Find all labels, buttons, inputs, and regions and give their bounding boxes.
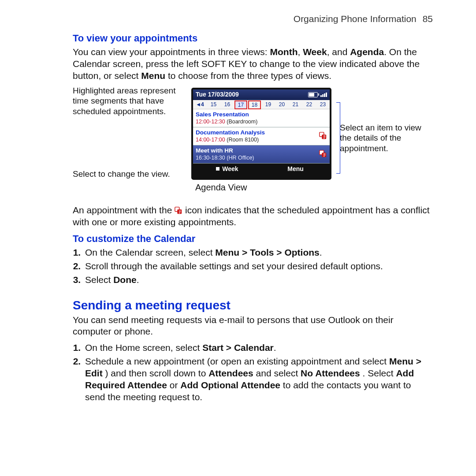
step: On the Calendar screen, select Menu > To… [83,247,433,259]
runhead-title: Organizing Phone Information [294,14,416,24]
step: Scroll through the available settings an… [83,260,433,272]
heading-meeting-request: Sending a meeting request [73,298,433,313]
softkey-marker-icon [216,167,219,171]
heading-customize: To customize the Calendar [73,233,433,245]
para-meeting-intro: You can send meeting requests via e-mail… [73,314,433,338]
appt-time: 12:00-12:30 (Boardroom) [196,118,327,125]
date-prev-14[interactable]: ◄4 [193,101,207,108]
callout-highlighted: Highlighted areas represent time segment… [73,86,187,117]
annot-left: Highlighted areas represent time segment… [73,88,187,179]
appt-title: Meet with HR [196,147,327,154]
battery-icon [308,92,318,97]
annot-right: Select an item to view the details of th… [337,88,433,179]
appt-title: Documentation Analysis [196,129,327,136]
softkey-bar: Week Menu [193,164,330,174]
phone-date: Tue 17/03/2009 [196,91,239,99]
callout-change-view: Select to change the view. [73,169,187,179]
date-23[interactable]: 23 [316,101,330,108]
softkey-right[interactable]: Menu [261,165,330,173]
appt-documentation[interactable]: Documentation Analysis 14:00-17:00 (Room… [193,127,330,145]
date-22[interactable]: 22 [302,101,316,108]
agenda-caption: Agenda View [195,182,433,193]
signal-icon [320,93,327,97]
date-16[interactable]: 16 [220,101,234,108]
softkey-left[interactable]: Week [193,165,261,173]
step: Schedule a new appointment (or open an e… [83,356,433,403]
appt-title: Sales Presentation [196,111,327,118]
phone-titlebar: Tue 17/03/2009 [193,89,330,100]
appt-hr[interactable]: Meet with HR 16:30-18:30 (HR Office) [193,145,330,164]
running-header: Organizing Phone Information 85 [73,13,433,25]
steps-meeting: On the Home screen, select Start > Calen… [83,342,433,403]
date-19[interactable]: 19 [261,101,275,108]
date-21[interactable]: 21 [289,101,302,108]
callout-select-item: Select an item to view the details of th… [340,123,433,154]
step: On the Home screen, select Start > Calen… [83,342,433,354]
date-18[interactable]: 18 [248,100,261,109]
para-conflict: An appointment with the icon indicates t… [73,205,433,228]
conflict-icon [319,150,327,159]
steps-customize: On the Calendar screen, select Menu > To… [83,247,433,286]
para-views: You can view your appointments in three … [73,46,433,82]
appt-time: 14:00-17:00 (Room 8100) [196,136,327,143]
date-15[interactable]: 15 [207,101,220,108]
agenda-diagram: Highlighted areas represent time segment… [73,88,433,179]
date-17[interactable]: 17 [234,100,247,109]
heading-view-appointments: To view your appointments [73,32,433,45]
page-number: 85 [423,14,433,24]
appt-sales[interactable]: Sales Presentation 12:00-12:30 (Boardroo… [193,109,330,127]
appt-time: 16:30-18:30 (HR Office) [196,154,327,161]
conflict-icon [175,205,182,215]
step: Select Done. [83,274,433,286]
phone-screen: Tue 17/03/2009 ◄4 15 16 17 18 19 20 21 2… [192,88,331,179]
conflict-icon [319,132,327,141]
date-20[interactable]: 20 [275,101,289,108]
date-strip[interactable]: ◄4 15 16 17 18 19 20 21 22 23 [193,100,330,109]
